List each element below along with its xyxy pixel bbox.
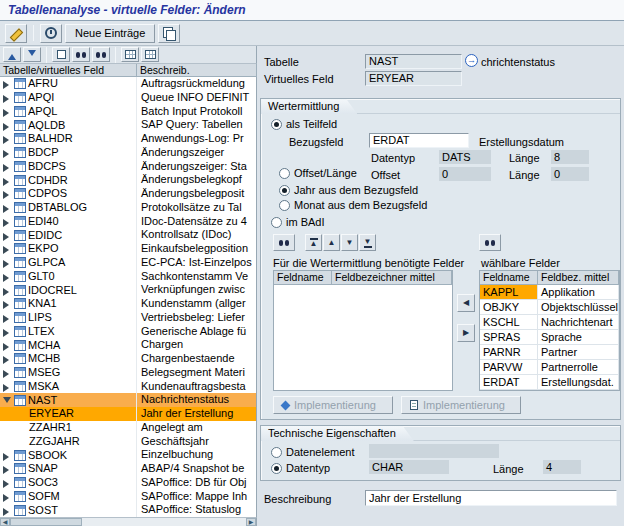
bezugsfeld-field[interactable]: ERDAT (369, 133, 469, 148)
expand-arrow-icon[interactable] (3, 178, 13, 186)
selectable-fields-table[interactable]: Feldname Feldbez. mittel KAPPLApplikatio… (479, 270, 620, 391)
expand-arrow-icon[interactable] (3, 315, 13, 323)
expand-arrow-icon[interactable] (3, 508, 13, 516)
refresh-button[interactable] (40, 24, 62, 43)
find-button[interactable] (72, 47, 90, 62)
field-name-cell[interactable]: PARVW (480, 360, 538, 374)
change-display-button[interactable] (5, 24, 27, 43)
move-top-button[interactable]: ▲ (305, 234, 322, 251)
expand-arrow-icon[interactable] (3, 356, 13, 364)
expand-arrow-icon[interactable] (3, 219, 13, 227)
expand-arrow-icon[interactable] (3, 274, 13, 282)
field-name-cell[interactable]: SPRAS (480, 330, 538, 344)
tree-row[interactable]: LIPSVertriebsbeleg: Liefer (0, 311, 256, 325)
tech-laenge-value[interactable]: 4 (543, 460, 581, 474)
expand-arrow-icon[interactable] (3, 191, 13, 199)
new-entries-button[interactable]: Neue Einträge (65, 24, 155, 43)
expand-arrow-icon[interactable] (3, 370, 13, 378)
tree-row[interactable]: EKPOEinkaufsbelegposition (0, 242, 256, 256)
expand-arrow-icon[interactable] (3, 123, 13, 131)
tree-row[interactable]: KNA1Kundenstamm (allger (0, 297, 256, 311)
expand-arrow-icon[interactable] (3, 494, 13, 502)
selectable-field-row[interactable]: KSCHLNachrichtenart (480, 315, 619, 330)
tree-row[interactable]: CDPOSÄnderungsbelegposit (0, 187, 256, 201)
implementierung-create-button[interactable]: Implementierung (273, 396, 393, 414)
tree-row[interactable]: SBOOKEinzelbuchung (0, 448, 256, 462)
tree-row[interactable]: BDCPSÄnderungszeiger: Sta (0, 160, 256, 174)
monat-radio[interactable] (279, 200, 290, 211)
tree-horizontal-scrollbar[interactable]: ◀ ▶ (0, 517, 257, 526)
expand-arrow-icon[interactable] (3, 343, 13, 351)
selectable-field-row[interactable]: ERDATErstellungsdat. (480, 375, 619, 390)
selectable-field-row[interactable]: SPRASSprache (480, 330, 619, 345)
selectable-field-row[interactable]: OBJKYObjektschlüssel (480, 300, 619, 315)
expand-arrow-icon[interactable] (3, 384, 13, 392)
field-name-cell[interactable]: OBJKY (480, 300, 538, 314)
tree-row[interactable]: MCHAChargen (0, 338, 256, 352)
find-next-button[interactable] (92, 47, 110, 62)
sort-descending-button[interactable] (23, 47, 41, 62)
drilldown-icon[interactable]: → (465, 54, 478, 67)
field-name-cell[interactable]: ERDAT (480, 375, 538, 389)
offset-laenge-radio[interactable] (279, 168, 290, 179)
tree-row[interactable]: EDIDCKontrollsatz (IDoc) (0, 228, 256, 242)
expand-arrow-icon[interactable] (3, 205, 13, 213)
tree-row[interactable]: MSKAKundenauftragsbesta (0, 380, 256, 394)
add-field-button[interactable]: ◀ (457, 294, 475, 312)
implementierung-display-button[interactable]: Implementierung (401, 396, 521, 414)
jahr-radio[interactable] (279, 185, 290, 196)
scroll-left-icon[interactable]: ◀ (0, 518, 10, 526)
expand-arrow-icon[interactable] (3, 466, 13, 474)
field-name-cell[interactable]: KSCHL (480, 315, 538, 329)
tree-row[interactable]: GLT0Sachkontenstamm Ve (0, 270, 256, 284)
tech-datentyp-value[interactable]: CHAR (369, 460, 449, 474)
tree-row[interactable]: IDOCRELVerknüpfungen zwisc (0, 283, 256, 297)
selectable-field-row[interactable]: PARNRPartner (480, 345, 619, 360)
remove-field-button[interactable]: ▶ (457, 324, 475, 342)
expand-arrow-icon[interactable] (3, 81, 13, 89)
beschreibung-input[interactable] (365, 490, 617, 506)
tree-row[interactable]: ZZAHR1Angelegt am (0, 421, 256, 435)
tree-row[interactable]: BALHDRAnwendungs-Log: Pr (0, 132, 256, 146)
copy-button[interactable] (158, 24, 180, 43)
expand-arrow-icon[interactable] (3, 246, 13, 254)
selectable-field-row[interactable]: PARVWPartnerrolle (480, 360, 619, 375)
needed-fields-table[interactable]: Feldname Feldbezeichner mittel (273, 270, 453, 391)
expand-all-button[interactable] (121, 47, 139, 62)
tree-row[interactable]: MSEGBelegsegment Materi (0, 366, 256, 380)
field-name-cell[interactable]: KAPPL (480, 285, 538, 299)
expand-arrow-icon[interactable] (3, 329, 13, 337)
select-button[interactable] (52, 47, 70, 62)
expand-arrow-icon[interactable] (3, 233, 13, 241)
tree-row[interactable]: DBTABLOGProtokollsätze zu Tal (0, 201, 256, 215)
tree-row[interactable]: APQIQueue INFO DEFINIT (0, 91, 256, 105)
tree-row[interactable]: GLPCAEC-PCA: Ist-Einzelpos (0, 256, 256, 270)
tree-row[interactable]: BDCPÄnderungszeiger (0, 146, 256, 160)
tree-row[interactable]: APQLBatch Input Protokoll (0, 105, 256, 119)
move-down-button[interactable]: ▼ (341, 234, 358, 251)
tree-row[interactable]: AFRUAuftragsrückmeldung (0, 77, 256, 91)
tree-row[interactable]: MCHBChargenbestaende (0, 352, 256, 366)
badi-radio[interactable] (271, 217, 282, 228)
tree-row[interactable]: NASTNachrichtenstatus (0, 393, 256, 407)
datentyp-radio[interactable] (271, 463, 282, 474)
datenelement-radio[interactable] (271, 447, 282, 458)
move-bottom-button[interactable]: ▼ (359, 234, 376, 251)
find-selectable-button[interactable] (479, 234, 501, 251)
tree-row[interactable]: AQLDBSAP Query: Tabellen (0, 118, 256, 132)
expand-arrow-icon[interactable] (3, 150, 13, 158)
sort-ascending-button[interactable] (3, 47, 21, 62)
collapse-arrow-icon[interactable] (3, 397, 11, 407)
expand-arrow-icon[interactable] (3, 164, 13, 172)
tree-row[interactable]: ZZGJAHRGeschäftsjahr (0, 435, 256, 449)
tree-row[interactable]: CDHDRÄnderungsbelegkopf (0, 173, 256, 187)
collapse-all-button[interactable] (141, 47, 159, 62)
expand-arrow-icon[interactable] (3, 288, 13, 296)
tree-row[interactable]: SOC3SAPoffice: DB für Obj (0, 476, 256, 490)
expand-arrow-icon[interactable] (3, 260, 13, 268)
scrollbar-thumb[interactable] (10, 518, 82, 526)
expand-arrow-icon[interactable] (3, 301, 13, 309)
expand-arrow-icon[interactable] (3, 480, 13, 488)
selectable-field-row[interactable]: KAPPLApplikation (480, 285, 619, 300)
tree-row[interactable]: SNAPABAP/4 Snapshot be (0, 462, 256, 476)
